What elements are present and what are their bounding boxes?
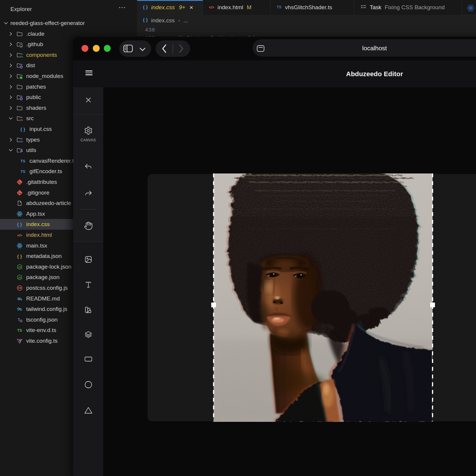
svg-text:{ }: { } — [143, 4, 148, 9]
svg-text:TS: TS — [277, 5, 281, 9]
svg-text:</>: </> — [17, 234, 22, 237]
svg-text:JS: JS — [18, 265, 21, 268]
svg-text:</>: </> — [19, 55, 23, 58]
svg-text:TS: TS — [17, 328, 22, 333]
svg-text:{ }: { } — [17, 222, 22, 227]
svg-text:JS: JS — [18, 276, 21, 279]
svg-text:{ }: { } — [143, 18, 148, 22]
svg-text:</>: </> — [19, 119, 23, 122]
svg-text:</>: </> — [19, 140, 23, 143]
svg-text:TS: TS — [21, 159, 25, 163]
svg-text:TS: TS — [21, 170, 25, 174]
svg-text:{ }: { } — [20, 127, 25, 132]
svg-text:</>: </> — [209, 5, 214, 9]
svg-text:{ }: { } — [17, 254, 22, 259]
svg-text:M: M — [18, 297, 21, 301]
svg-text:T: T — [18, 318, 20, 322]
